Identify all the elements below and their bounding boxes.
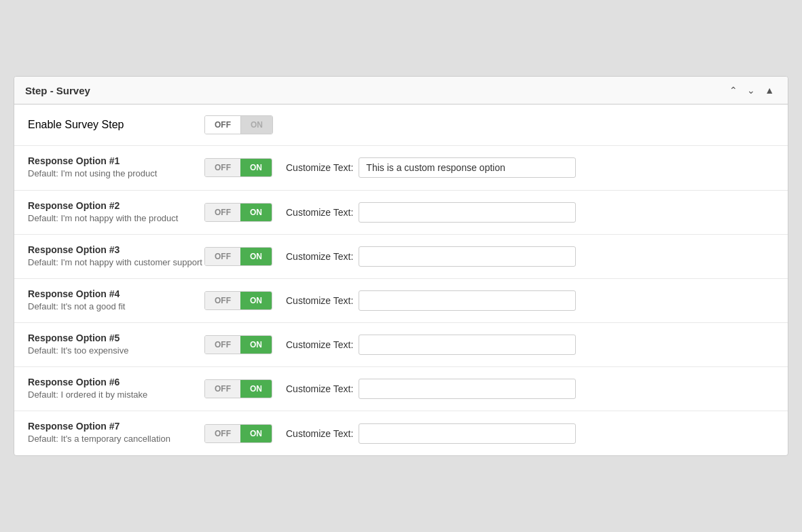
response-option-row-2: Response Option #2 Default: I'm not happ…	[14, 191, 788, 235]
survey-panel: Step - Survey ⌃ ⌄ ▲ Enable Survey Step O…	[14, 76, 788, 455]
response-option-label-4: Response Option #4 Default: It's not a g…	[28, 288, 204, 313]
response-option-row-5: Response Option #5 Default: It's too exp…	[14, 323, 788, 367]
response-option-default-6: Default: I ordered it by mistake	[28, 389, 204, 401]
response-option-title-7: Response Option #7	[28, 421, 204, 432]
response-option-toggle-4: OFF ON	[204, 291, 272, 310]
enable-survey-toggle: OFF ON	[204, 115, 273, 134]
response-option-label-7: Response Option #7 Default: It's a tempo…	[28, 421, 204, 445]
response-option-off-button-1[interactable]: OFF	[205, 159, 240, 176]
customize-label-6: Customize Text:	[286, 383, 353, 394]
response-option-label-5: Response Option #5 Default: It's too exp…	[28, 332, 204, 357]
response-option-toggle-1: OFF ON	[204, 158, 272, 177]
response-option-label-2: Response Option #2 Default: I'm not happ…	[28, 200, 204, 225]
response-option-toggle-6: OFF ON	[204, 379, 272, 398]
enable-survey-on-button[interactable]: ON	[241, 116, 272, 134]
response-option-on-button-5[interactable]: ON	[240, 336, 272, 354]
response-option-title-1: Response Option #1	[28, 155, 204, 166]
response-option-toggle-5: OFF ON	[204, 335, 272, 354]
response-option-off-button-5[interactable]: OFF	[205, 336, 240, 354]
customize-input-4[interactable]	[359, 290, 576, 311]
panel-controls: ⌃ ⌄ ▲	[727, 83, 777, 97]
response-option-title-4: Response Option #4	[28, 288, 204, 299]
response-option-row-1: Response Option #1 Default: I'm not usin…	[14, 146, 788, 190]
response-option-default-5: Default: It's too expensive	[28, 345, 204, 357]
enable-survey-label: Enable Survey Step	[28, 119, 124, 130]
response-option-label-3: Response Option #3 Default: I'm not happ…	[28, 244, 204, 269]
panel-up-button[interactable]: ⌃	[727, 83, 740, 97]
response-option-row-3: Response Option #3 Default: I'm not happ…	[14, 235, 788, 279]
response-option-on-button-6[interactable]: ON	[240, 380, 272, 398]
response-option-title-2: Response Option #2	[28, 200, 204, 211]
response-option-row-7: Response Option #7 Default: It's a tempo…	[14, 411, 788, 455]
response-option-default-4: Default: It's not a good fit	[28, 301, 204, 313]
response-option-title-6: Response Option #6	[28, 377, 204, 387]
response-option-on-button-3[interactable]: ON	[240, 248, 272, 265]
customize-label-4: Customize Text:	[286, 295, 353, 306]
panel-body: Enable Survey Step OFF ON Response Optio…	[14, 104, 788, 455]
response-option-default-1: Default: I'm not using the product	[28, 168, 204, 180]
panel-down-button[interactable]: ⌄	[744, 83, 758, 97]
customize-input-6[interactable]	[359, 379, 576, 399]
response-option-default-7: Default: It's a temporary cancellation	[28, 433, 204, 445]
response-option-toggle-2: OFF ON	[204, 203, 272, 222]
response-option-label-1: Response Option #1 Default: I'm not usin…	[28, 155, 204, 180]
response-option-off-button-4[interactable]: OFF	[205, 292, 240, 309]
customize-label-1: Customize Text:	[286, 162, 353, 173]
response-option-default-3: Default: I'm not happy with customer sup…	[28, 256, 204, 269]
panel-collapse-button[interactable]: ▲	[762, 83, 777, 97]
response-option-row-4: Response Option #4 Default: It's not a g…	[14, 279, 788, 323]
response-option-label-6: Response Option #6 Default: I ordered it…	[28, 377, 204, 401]
customize-label-7: Customize Text:	[286, 428, 353, 439]
response-option-on-button-4[interactable]: ON	[240, 292, 272, 309]
response-option-title-5: Response Option #5	[28, 332, 204, 343]
response-option-title-3: Response Option #3	[28, 244, 204, 255]
response-option-toggle-7: OFF ON	[204, 424, 272, 443]
enable-survey-row: Enable Survey Step OFF ON	[14, 104, 788, 146]
response-option-row-6: Response Option #6 Default: I ordered it…	[14, 367, 788, 411]
customize-input-2[interactable]	[359, 202, 576, 223]
response-options-container: Response Option #1 Default: I'm not usin…	[14, 146, 788, 455]
response-option-on-button-1[interactable]: ON	[240, 159, 272, 176]
response-option-off-button-3[interactable]: OFF	[205, 248, 240, 265]
customize-input-5[interactable]	[359, 335, 576, 355]
customize-input-3[interactable]	[359, 246, 576, 267]
response-option-off-button-7[interactable]: OFF	[205, 425, 240, 442]
panel-header: Step - Survey ⌃ ⌄ ▲	[14, 77, 788, 104]
response-option-default-2: Default: I'm not happy with the product	[28, 212, 204, 225]
response-option-off-button-2[interactable]: OFF	[205, 204, 240, 221]
customize-input-1[interactable]	[359, 157, 576, 178]
enable-survey-off-button[interactable]: OFF	[205, 116, 241, 134]
customize-input-7[interactable]	[359, 423, 576, 444]
response-option-on-button-7[interactable]: ON	[240, 425, 272, 442]
customize-label-3: Customize Text:	[286, 251, 353, 262]
response-option-toggle-3: OFF ON	[204, 247, 272, 266]
customize-label-2: Customize Text:	[286, 207, 353, 218]
response-option-off-button-6[interactable]: OFF	[205, 380, 240, 398]
panel-title: Step - Survey	[25, 85, 90, 96]
response-option-on-button-2[interactable]: ON	[240, 204, 272, 221]
customize-label-5: Customize Text:	[286, 339, 353, 350]
